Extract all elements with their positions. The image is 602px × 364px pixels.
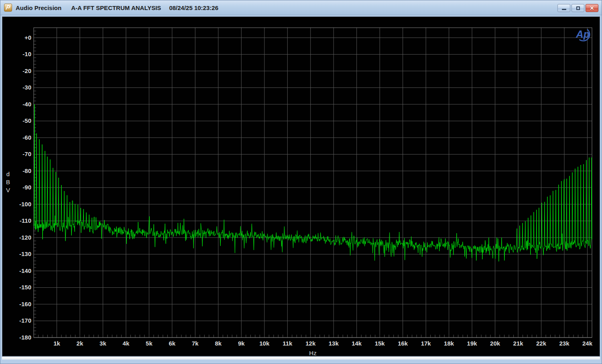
close-icon: ✕ [590,6,594,11]
svg-text:-180: -180 [19,334,31,341]
svg-text:14k: 14k [352,340,362,347]
svg-text:18k: 18k [444,340,454,347]
svg-text:2k: 2k [77,340,83,347]
close-button[interactable]: ✕ [586,4,598,12]
app-window: Audio Precision A-A FFT SPECTRUM ANALYSI… [0,0,602,364]
svg-text:-30: -30 [22,84,31,91]
svg-text:-130: -130 [19,250,31,257]
svg-text:15k: 15k [375,340,385,347]
svg-text:7k: 7k [192,340,199,347]
y-axis-unit-dbv: V [6,187,10,193]
window-title: A-A FFT SPECTRUM ANALYSIS [71,4,161,11]
bottom-strip [2,356,600,360]
svg-text:3k: 3k [100,340,106,347]
svg-text:-80: -80 [22,167,31,174]
minimize-button[interactable] [557,4,570,12]
window-timestamp: 08/24/25 10:23:26 [169,4,218,11]
svg-text:-60: -60 [22,134,31,141]
svg-text:11k: 11k [283,340,293,347]
graph-panel: +0-10-20-30-40-50-60-70-80-90-100-110-12… [2,16,600,356]
svg-text:-140: -140 [19,267,31,274]
svg-text:9k: 9k [238,340,245,347]
svg-text:12k: 12k [305,340,316,347]
svg-text:Ap: Ap [576,28,590,40]
svg-text:+0: +0 [24,34,31,41]
minimize-icon [562,9,566,10]
svg-text:8k: 8k [215,340,222,347]
svg-text:13k: 13k [329,340,339,347]
fft-spectrum-chart: +0-10-20-30-40-50-60-70-80-90-100-110-12… [2,17,600,357]
plot-border [34,28,592,338]
svg-text:-150: -150 [19,284,31,291]
app-icon [4,4,12,12]
svg-text:4k: 4k [123,340,130,347]
minor-ticks [34,31,583,338]
svg-text:-40: -40 [22,101,31,108]
y-axis-unit-dbv: B [6,179,10,185]
svg-text:-110: -110 [20,217,31,224]
svg-text:-10: -10 [22,51,31,57]
grid-lines [34,28,592,338]
svg-text:-90: -90 [22,184,31,191]
restore-button[interactable] [571,4,584,12]
svg-text:16k: 16k [398,340,408,347]
svg-text:21k: 21k [513,340,524,347]
svg-text:20k: 20k [490,340,500,347]
ap-logo-glyph [5,5,11,10]
svg-text:-170: -170 [19,317,31,324]
svg-text:-160: -160 [19,301,31,307]
svg-text:19k: 19k [467,340,478,347]
svg-text:-100: -100 [19,201,31,207]
svg-text:6k: 6k [169,340,176,347]
svg-text:5k: 5k [146,340,153,347]
svg-text:-50: -50 [22,117,31,124]
window-controls: ✕ [557,4,598,12]
svg-text:10k: 10k [259,340,270,347]
title-bar[interactable]: Audio Precision A-A FFT SPECTRUM ANALYSI… [0,0,602,15]
svg-text:-70: -70 [22,150,31,157]
y-axis-unit-dbv: d [6,171,10,177]
svg-text:-20: -20 [22,67,31,74]
fft-trace [34,104,592,262]
restore-icon [576,6,580,10]
ap-logo: Ap [576,28,590,41]
axis-labels: +0-10-20-30-40-50-60-70-80-90-100-110-12… [6,34,593,356]
x-axis-unit-hz: Hz [309,350,316,356]
svg-text:24k: 24k [582,340,593,347]
svg-text:-120: -120 [19,234,31,241]
svg-text:22k: 22k [536,340,547,347]
svg-text:1k: 1k [53,340,60,347]
app-name: Audio Precision [16,4,61,11]
svg-text:17k: 17k [421,340,431,347]
svg-text:23k: 23k [559,340,570,347]
